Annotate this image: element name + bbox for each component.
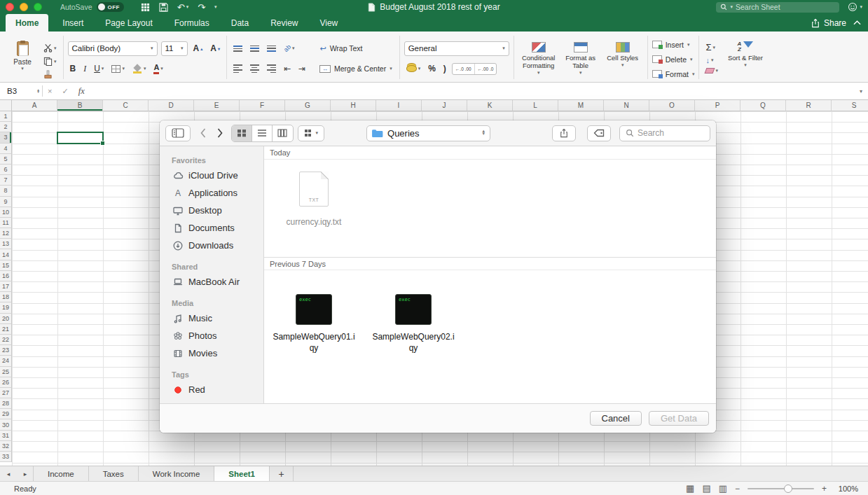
tab-view[interactable]: View (312, 14, 345, 32)
format-as-table-button[interactable]: Format as Table ▾ (560, 37, 601, 76)
column-header-m[interactable]: M (558, 100, 604, 111)
increase-indent-button[interactable]: ⇥ (296, 63, 308, 74)
sheet-scroll-left-button[interactable]: ◂ (0, 466, 17, 481)
tab-insert[interactable]: Insert (55, 14, 91, 32)
row-header-13[interactable]: 13 (0, 239, 12, 249)
column-header-p[interactable]: P (695, 100, 740, 111)
file-samplewebquery01-iqy[interactable]: execSampleWebQuery01.iqy (270, 293, 358, 354)
group-items-button[interactable]: ▾ (298, 125, 325, 141)
column-header-s[interactable]: S (832, 100, 868, 111)
tab-home[interactable]: Home (6, 14, 48, 32)
normal-view-button[interactable]: ▦ (686, 483, 694, 494)
cancel-button[interactable]: Cancel (590, 411, 642, 426)
delete-cells-button[interactable]: Delete▾ (652, 53, 695, 65)
close-window-button[interactable] (6, 3, 14, 11)
column-header-b[interactable]: B (57, 100, 103, 111)
row-header-4[interactable]: 4 (0, 144, 12, 154)
column-header-d[interactable]: D (149, 100, 194, 111)
dialog-share-button[interactable] (552, 125, 576, 141)
undo-button[interactable]: ↶▾ (177, 3, 188, 12)
row-header-8[interactable]: 8 (0, 186, 12, 196)
paste-button[interactable]: Paste ▾ (8, 37, 37, 71)
cancel-entry-button[interactable]: × (43, 87, 57, 95)
row-header-7[interactable]: 7 (0, 175, 12, 186)
row-header-27[interactable]: 27 (0, 388, 12, 398)
row-header-2[interactable]: 2 (0, 122, 12, 132)
column-view-button[interactable] (273, 125, 293, 141)
bold-button[interactable]: B (68, 63, 78, 74)
row-header-1[interactable]: 1 (0, 111, 12, 122)
sidebar-item-movies[interactable]: Movies (160, 344, 263, 362)
percent-style-button[interactable]: % (426, 63, 438, 74)
row-header-22[interactable]: 22 (0, 335, 12, 345)
format-cells-button[interactable]: Format▾ (652, 68, 695, 80)
zoom-slider[interactable] (748, 488, 814, 489)
text-orientation-button[interactable]: ab▾ (282, 44, 297, 53)
search-sheet-input[interactable] (736, 3, 835, 11)
row-header-18[interactable]: 18 (0, 292, 12, 302)
cut-button[interactable]: ▾ (41, 43, 59, 53)
align-center-button[interactable] (248, 64, 261, 74)
row-header-17[interactable]: 17 (0, 281, 12, 292)
row-header-16[interactable]: 16 (0, 271, 12, 281)
row-header-11[interactable]: 11 (0, 218, 12, 228)
column-header-i[interactable]: I (376, 100, 422, 111)
fullscreen-window-button[interactable] (34, 3, 42, 11)
copy-button[interactable]: ▾ (41, 56, 59, 67)
sheet-tab-work-income[interactable]: Work Income (138, 466, 215, 481)
file-samplewebquery02-iqy[interactable]: execSampleWebQuery02.iqy (369, 293, 457, 354)
row-header-23[interactable]: 23 (0, 345, 12, 356)
collapse-ribbon-button[interactable] (853, 14, 868, 32)
tab-data[interactable]: Data (223, 14, 256, 32)
column-header-e[interactable]: E (194, 100, 240, 111)
column-header-a[interactable]: A (12, 100, 57, 111)
column-header-r[interactable]: R (786, 100, 832, 111)
minimize-window-button[interactable] (20, 3, 28, 11)
row-header-19[interactable]: 19 (0, 302, 12, 313)
merge-center-button[interactable]: ↔Merge & Center▾ (317, 63, 395, 74)
row-header-30[interactable]: 30 (0, 419, 12, 430)
column-header-o[interactable]: O (649, 100, 695, 111)
dialog-search-field[interactable] (619, 125, 710, 141)
comma-style-button[interactable]: ) (441, 63, 448, 74)
row-header-12[interactable]: 12 (0, 228, 12, 239)
formula-input[interactable] (90, 83, 854, 99)
sidebar-item-music[interactable]: Music (160, 309, 263, 327)
folder-select[interactable]: Queries ▲▼ (366, 125, 490, 141)
underline-button[interactable]: U▾ (92, 63, 106, 74)
back-button[interactable] (200, 128, 206, 138)
account-button[interactable]: ▾ (848, 2, 862, 12)
autosum-button[interactable]: Σ▾ (703, 41, 720, 53)
column-header-n[interactable]: N (604, 100, 649, 111)
italic-button[interactable]: I (81, 63, 88, 75)
selected-cell[interactable] (57, 132, 104, 144)
add-sheet-button[interactable]: + (270, 466, 294, 481)
align-bottom-button[interactable] (265, 45, 278, 53)
customize-quick-access-button[interactable]: ▾ (214, 4, 217, 10)
autosave-toggle[interactable]: OFF (97, 2, 124, 12)
select-all-corner[interactable] (0, 100, 12, 111)
tags-button[interactable] (587, 125, 611, 141)
row-header-3[interactable]: 3 (0, 132, 12, 143)
file-currency-iqy-txt[interactable]: TXTcurrency.iqy.txt (270, 172, 358, 228)
tab-formulas[interactable]: Formulas (167, 14, 217, 32)
font-size-select[interactable]: 11▾ (161, 41, 188, 56)
sheet-scroll-right-button[interactable]: ▸ (17, 466, 34, 481)
sheet-tab-sheet1[interactable]: Sheet1 (214, 466, 270, 481)
column-header-j[interactable]: J (422, 100, 467, 111)
sidebar-item-red[interactable]: Red (160, 381, 263, 398)
share-button[interactable]: Share (811, 14, 853, 32)
number-format-select[interactable]: General▾ (404, 41, 509, 56)
tab-review[interactable]: Review (263, 14, 305, 32)
increase-font-size-button[interactable]: A▴ (191, 43, 205, 54)
conditional-formatting-button[interactable]: Conditional Formatting ▾ (518, 37, 559, 76)
row-header-31[interactable]: 31 (0, 431, 12, 441)
zoom-in-button[interactable]: + (822, 484, 827, 494)
row-header-6[interactable]: 6 (0, 165, 12, 175)
insert-cells-button[interactable]: Insert▾ (652, 39, 695, 50)
row-header-5[interactable]: 5 (0, 154, 12, 165)
enter-entry-button[interactable]: ✓ (57, 87, 73, 96)
cell-styles-button[interactable]: Cell Styles ▾ (602, 37, 643, 68)
sidebar-item-macbook-air[interactable]: MacBook Air (160, 273, 263, 291)
name-box[interactable]: B3 ▴▾ (0, 83, 42, 99)
